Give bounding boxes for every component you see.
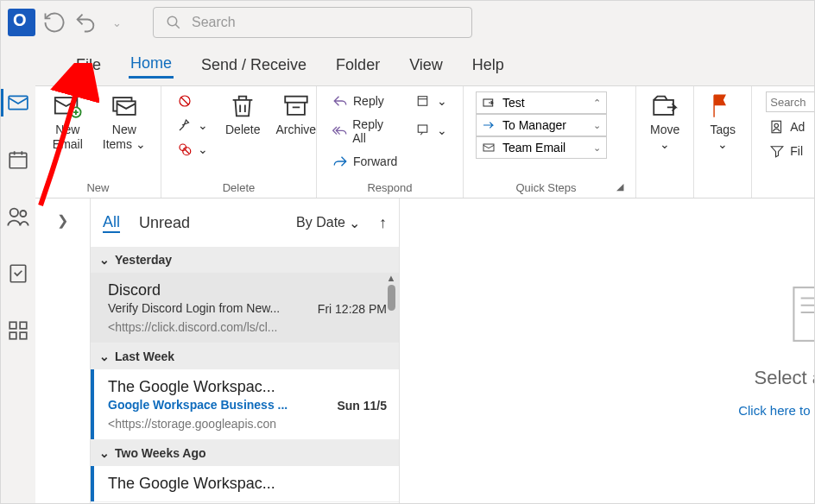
filter-icon <box>769 143 785 159</box>
new-email-button[interactable]: New Email <box>44 90 92 154</box>
filter-all[interactable]: All <box>103 213 120 233</box>
message-sender: The Google Workspac... <box>108 378 387 396</box>
menu-folder[interactable]: Folder <box>334 53 382 78</box>
search-placeholder-text: Search <box>192 15 236 30</box>
svg-rect-19 <box>419 125 428 132</box>
message-preview: <https://storage.googleapis.con <box>108 417 350 431</box>
new-items-icon <box>110 91 139 121</box>
reply-icon <box>332 93 348 109</box>
qat-dropdown-icon[interactable]: ⌄ <box>104 10 129 35</box>
svg-rect-8 <box>9 332 16 339</box>
chevron-down-icon: ⌄ <box>99 350 110 363</box>
reply-button[interactable]: Reply <box>329 91 401 110</box>
meeting-button[interactable]: ⌄ <box>413 91 451 110</box>
message-item[interactable]: The Google Workspac... <box>91 466 399 502</box>
message-sender: Discord <box>108 281 387 299</box>
im-icon <box>416 123 432 138</box>
group-label-respond: Respond <box>325 180 454 196</box>
folder-arrow-icon <box>482 96 496 110</box>
message-sender: The Google Workspac... <box>108 475 387 493</box>
menu-file[interactable]: File <box>74 53 103 78</box>
message-subject: Google Workspace Business ... <box>108 398 287 412</box>
people-icon <box>6 205 30 229</box>
forward-button[interactable]: Forward <box>329 152 401 171</box>
reply-all-icon <box>332 123 347 139</box>
arrow-right-icon <box>482 118 496 132</box>
reply-all-button[interactable]: Reply All <box>329 116 401 147</box>
search-input[interactable]: Search <box>153 7 472 38</box>
svg-rect-17 <box>285 97 307 103</box>
junk-icon <box>177 142 193 157</box>
move-button[interactable]: Move⌄ <box>645 90 685 154</box>
scroll-up[interactable]: ▲ <box>387 273 396 283</box>
quickstep-team-email[interactable]: Team Email⌄ <box>476 136 607 159</box>
rail-more[interactable] <box>1 313 35 348</box>
mail-icon <box>7 91 29 114</box>
svg-rect-7 <box>20 322 27 329</box>
rail-calendar[interactable] <box>1 142 35 177</box>
meeting-icon <box>416 93 432 109</box>
rail-people[interactable] <box>1 199 35 234</box>
block-icon <box>177 93 193 109</box>
filter-unread[interactable]: Unread <box>139 214 190 232</box>
group-two-weeks[interactable]: ⌄Two Weeks Ago <box>91 440 399 466</box>
rail-tasks[interactable] <box>1 256 35 291</box>
menu-send-receive[interactable]: Send / Receive <box>199 53 308 78</box>
sort-by-date[interactable]: By Date⌄ <box>296 215 360 231</box>
quickstep-test[interactable]: Test⌃ <box>476 91 607 114</box>
svg-point-3 <box>10 209 18 217</box>
new-items-button[interactable]: New Items ⌄ <box>97 90 152 154</box>
message-preview: <https://click.discord.com/ls/cl... <box>108 320 350 334</box>
quicksteps-launcher[interactable]: ◢ <box>616 181 623 194</box>
navpane-expand[interactable]: ❯ <box>57 212 68 503</box>
quickstep-to-manager[interactable]: To Manager⌄ <box>476 114 607 136</box>
archive-button[interactable]: Archive <box>270 90 321 139</box>
filter-button[interactable]: Fil <box>766 142 815 161</box>
delete-button[interactable]: Delete <box>220 90 265 139</box>
ignore-button[interactable] <box>174 91 212 110</box>
group-label-quicksteps: Quick Steps <box>476 181 616 194</box>
outlook-logo <box>8 9 35 36</box>
chevron-down-icon: ⌄ <box>99 253 110 267</box>
reading-empty-title: Select an <box>755 367 816 389</box>
message-subject: Verify Discord Login from New... <box>108 301 280 315</box>
search-icon <box>166 15 181 30</box>
more-respond-button[interactable]: ⌄ <box>413 121 451 140</box>
find-search-input[interactable] <box>766 91 815 112</box>
reading-preview-link[interactable]: Click here to alw <box>738 403 815 418</box>
svg-rect-2 <box>9 153 27 167</box>
move-icon <box>650 91 679 121</box>
menu-view[interactable]: View <box>408 53 445 78</box>
svg-rect-25 <box>794 287 815 341</box>
svg-point-4 <box>20 211 26 217</box>
flag-icon <box>708 91 737 121</box>
refresh-icon[interactable] <box>42 10 66 35</box>
menu-help[interactable]: Help <box>471 53 506 78</box>
group-last-week[interactable]: ⌄Last Week <box>91 343 399 369</box>
scroll-thumb[interactable] <box>388 285 395 311</box>
archive-icon <box>281 91 311 121</box>
message-item[interactable]: The Google Workspac... Google Workspace … <box>91 369 399 440</box>
address-book-button[interactable]: Ad <box>766 117 815 136</box>
svg-rect-9 <box>20 332 27 339</box>
chevron-down-icon: ⌄ <box>99 446 110 460</box>
forward-icon <box>332 154 348 169</box>
sort-direction[interactable]: ↑ <box>379 214 387 232</box>
new-mail-icon <box>53 91 82 121</box>
junk-button[interactable]: ⌄ <box>174 140 212 159</box>
message-time: Fri 12:28 PM <box>318 302 387 316</box>
trash-icon <box>228 91 257 121</box>
message-time: Sun 11/5 <box>337 399 387 413</box>
tags-button[interactable]: Tags⌄ <box>703 90 742 154</box>
group-label-new: New <box>44 180 152 196</box>
group-yesterday[interactable]: ⌄Yesterday <box>91 247 399 273</box>
reading-placeholder-icon <box>790 284 815 344</box>
message-item[interactable]: Discord Verify Discord Login from New...… <box>91 273 399 343</box>
cleanup-button[interactable]: ⌄ <box>174 116 212 135</box>
rail-mail[interactable] <box>1 85 35 120</box>
svg-rect-1 <box>9 96 28 109</box>
svg-rect-21 <box>483 144 494 151</box>
undo-icon[interactable] <box>73 10 98 35</box>
calendar-icon <box>7 148 29 171</box>
menu-home[interactable]: Home <box>129 51 174 79</box>
